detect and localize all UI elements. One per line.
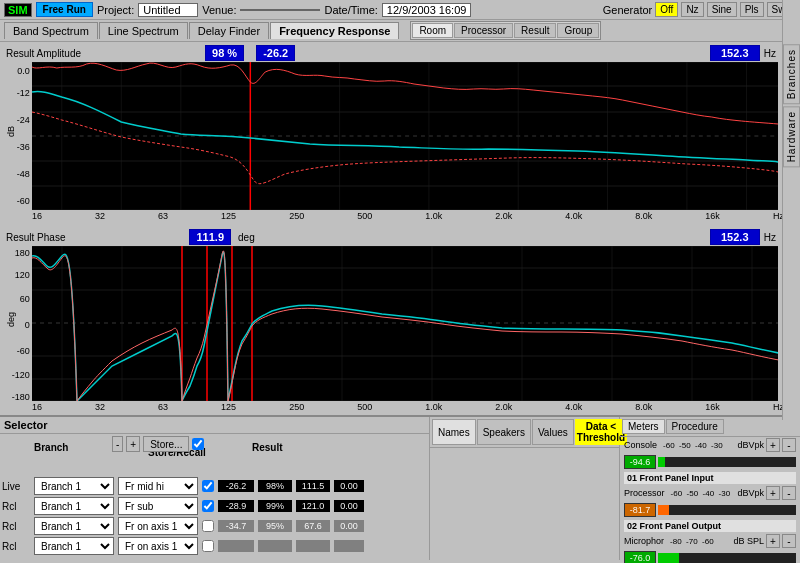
amp-title-bar: Result Amplitude 98 % -26.2 152.3 Hz — [4, 44, 778, 62]
dbvpk-label-1: dBVpk — [737, 440, 764, 450]
row0-type: Live — [2, 481, 30, 492]
row0-result-2: 111.5 — [296, 480, 330, 492]
phase-x-4k: 4.0k — [565, 402, 582, 412]
phase-x-125: 125 — [221, 402, 236, 412]
row3-result-3 — [334, 540, 364, 552]
data-minus-button[interactable]: - — [112, 436, 123, 452]
store-checkbox[interactable] — [192, 438, 204, 450]
phase-x-16k: 16k — [705, 402, 720, 412]
sidebar-branches[interactable]: Branches — [783, 44, 800, 104]
selector-col-headers: Branch Data Store/Recall Result — [2, 436, 427, 458]
amp-x-axis: 16 32 63 125 250 500 1.0k 2.0k 4.0k 8.0k… — [32, 210, 784, 222]
row3-filter-select[interactable]: Fr on axis 1 — [118, 537, 198, 555]
row2-result-1: 95% — [258, 520, 292, 532]
amp-x-4k: 4.0k — [565, 211, 582, 221]
row2-branch-select[interactable]: Branch 1 — [34, 517, 114, 535]
console-minus-btn[interactable]: - — [782, 438, 796, 452]
amp-y-axis: dB 0.0 -12 -24 -36 -48 -60 — [4, 62, 32, 210]
phase-x-2k: 2.0k — [495, 402, 512, 412]
gen-pls-button[interactable]: Pls — [740, 2, 764, 17]
phase-x-8k: 8.0k — [635, 402, 652, 412]
amp-x-16: 16 — [32, 211, 42, 221]
processor-meter-track — [658, 505, 796, 515]
store-button[interactable]: Store... — [143, 436, 189, 452]
row1-type: Rcl — [2, 501, 30, 512]
amp-y-60: -60 — [17, 196, 30, 206]
phase-x-16: 16 — [32, 402, 42, 412]
generator-section: Generator Off Nz Sine Pls Swp — [603, 2, 796, 17]
subtab-processor[interactable]: Processor — [454, 23, 513, 38]
mic-plus-btn[interactable]: + — [766, 534, 780, 548]
row0-filter-select[interactable]: Fr mid hi — [118, 477, 198, 495]
processor-meter-fill — [658, 505, 669, 515]
names-tab[interactable]: Names — [432, 419, 476, 445]
processor-plus-btn[interactable]: + — [766, 486, 780, 500]
sidebar-hardware[interactable]: Hardware — [783, 106, 800, 167]
phase-x-axis: 16 32 63 125 250 500 1.0k 2.0k 4.0k 8.0k… — [32, 401, 784, 413]
row2-checkbox[interactable] — [202, 520, 214, 532]
sim-logo: SIM — [4, 3, 32, 17]
amp-db-value-box: -26.2 — [256, 47, 295, 59]
data-plus-button[interactable]: + — [126, 436, 140, 452]
gen-off-button[interactable]: Off — [655, 2, 678, 17]
gen-nz-button[interactable]: Nz — [681, 2, 703, 17]
subtab-group[interactable]: Group — [557, 23, 599, 38]
mic-label: Microphor — [624, 536, 664, 546]
phase-freq-value: 152.3 — [710, 229, 760, 245]
row1-filter-select[interactable]: Fr sub — [118, 497, 198, 515]
amp-x-250: 250 — [289, 211, 304, 221]
mic-minus-btn[interactable]: - — [782, 534, 796, 548]
console-plus-btn[interactable]: + — [766, 438, 780, 452]
processor-minus-btn[interactable]: - — [782, 486, 796, 500]
row1-result-0: -28.9 — [218, 500, 254, 512]
values-tab[interactable]: Values — [532, 419, 574, 445]
row2-filter-select[interactable]: Fr on axis 1 — [118, 517, 198, 535]
phase-y-0: 0 — [25, 320, 30, 330]
gen-sine-button[interactable]: Sine — [707, 2, 737, 17]
amp-y-0: 0.0 — [17, 66, 30, 76]
phase-y-120: 120 — [15, 270, 30, 280]
mic-section: Microphor -80 -70 -60 dB SPL + - — [620, 533, 800, 549]
row1-branch-select[interactable]: Branch 1 — [34, 497, 114, 515]
subtab-room[interactable]: Room — [412, 23, 453, 38]
subtab-result[interactable]: Result — [514, 23, 556, 38]
meters-tab[interactable]: Meters — [622, 419, 665, 434]
tab-delay-finder[interactable]: Delay Finder — [189, 22, 269, 39]
selector-row-0: Live Branch 1 Fr mid hi -26.2 98% 111.5 … — [2, 476, 427, 496]
tab-frequency-response[interactable]: Frequency Response — [270, 22, 399, 39]
data-store-controls: - + Store... — [112, 436, 204, 452]
row2-result-2: 67.6 — [296, 520, 330, 532]
tab-band-spectrum[interactable]: Band Spectrum — [4, 22, 98, 39]
row1-result-2: 121.0 — [296, 500, 330, 512]
row0-branch-select[interactable]: Branch 1 — [34, 477, 114, 495]
amp-y-36: -36 — [17, 142, 30, 152]
speakers-tab[interactable]: Speakers — [477, 419, 531, 445]
row3-checkbox[interactable] — [202, 540, 214, 552]
meters-header: Meters Procedure — [620, 417, 800, 437]
mic-meter-track — [658, 553, 796, 563]
procedure-tab[interactable]: Procedure — [666, 419, 724, 434]
phase-freq-unit: Hz — [764, 232, 776, 243]
row3-branch-select[interactable]: Branch 1 — [34, 537, 114, 555]
row1-checkbox[interactable] — [202, 500, 214, 512]
row1-result-1: 99% — [258, 500, 292, 512]
col-branch-header: Branch — [34, 442, 114, 453]
selector-body: Branch Data Store/Recall Result - + Stor… — [0, 434, 429, 558]
charts-area: Result Amplitude 98 % -26.2 152.3 Hz dB … — [0, 42, 782, 415]
console-meter-row: -94.6 — [620, 453, 800, 471]
venue-label: Venue: — [202, 4, 236, 16]
datetime-label: Date/Time: — [324, 4, 377, 16]
row3-result-2 — [296, 540, 330, 552]
selector-row-1: Rcl Branch 1 Fr sub -28.9 99% 121.0 0.00 — [2, 496, 427, 516]
datetime-value: 12/9/2003 16:09 — [382, 3, 472, 17]
row3-result-1 — [258, 540, 292, 552]
row0-result-0: -26.2 — [218, 480, 254, 492]
phase-value: 111.9 — [189, 229, 231, 245]
free-run-button[interactable]: Free Run — [36, 2, 93, 17]
amp-db-value: -26.2 — [256, 45, 295, 61]
project-label: Project: — [97, 4, 134, 16]
row0-checkbox[interactable] — [202, 480, 214, 492]
phase-y-n60: -60 — [17, 346, 30, 356]
tab-line-spectrum[interactable]: Line Spectrum — [99, 22, 188, 39]
amp-x-32: 32 — [95, 211, 105, 221]
